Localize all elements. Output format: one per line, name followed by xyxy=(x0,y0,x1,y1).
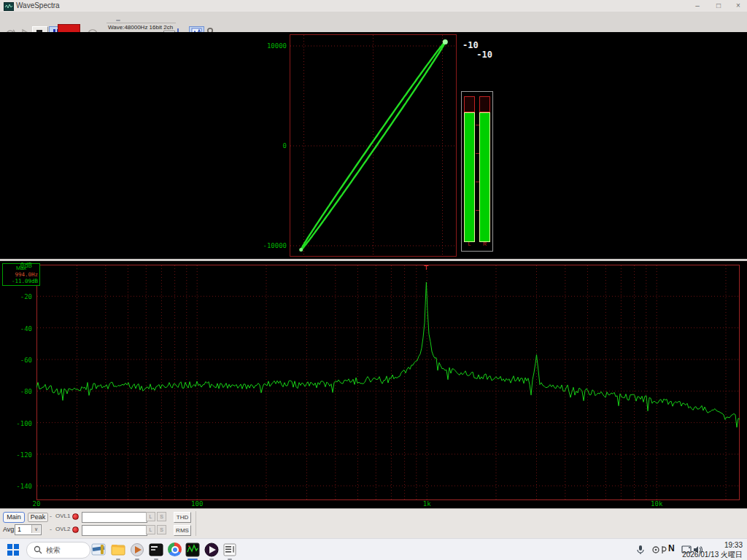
right-meter-fill xyxy=(479,112,490,242)
meter-tick xyxy=(476,210,479,211)
main-tab-button[interactable]: Main xyxy=(3,512,25,523)
taskbar-icon-wavespectra[interactable] xyxy=(185,542,201,558)
left-meter-fill xyxy=(464,112,475,242)
left-meter-bar xyxy=(464,96,475,242)
ovl2-input[interactable] xyxy=(82,525,147,536)
taskbar-icon-player-classic[interactable] xyxy=(204,542,220,558)
lissajous-scale-zero: 0 xyxy=(255,142,287,149)
chevron-down-icon: ∨ xyxy=(31,525,40,533)
clock[interactable]: 19:33 2026/01/13 火曜日 xyxy=(682,540,743,559)
right-channel-label: R xyxy=(479,241,490,246)
ovl1-lamp xyxy=(72,513,79,520)
meter-tick xyxy=(476,153,479,154)
control-bar: Main Peak - OVL1 L S THD Avg: 1 ∨ - OVL2… xyxy=(0,508,747,539)
spectrum-y-label: -60 xyxy=(0,357,32,364)
desktop: WaveSpectra – □ × Wave:48000Hz 16bit 2ch… xyxy=(0,0,747,560)
left-level-readout: -10 xyxy=(462,40,479,50)
left-channel-label: L xyxy=(464,241,475,246)
wave-format-readout: Wave:48000Hz 16bit 2ch xyxy=(108,24,173,31)
spectrum-x-label: 100 xyxy=(191,500,203,508)
taskbar: 検索 xyxy=(0,538,747,560)
avg-value: 1 xyxy=(18,526,21,533)
divider xyxy=(196,511,196,536)
ovl1-label: OVL1 xyxy=(55,513,70,519)
dash-separator: - xyxy=(50,513,52,520)
maximize-button[interactable]: □ xyxy=(711,1,726,10)
ovl2-label: OVL2 xyxy=(55,526,70,532)
clock-time: 19:33 xyxy=(682,540,743,550)
search-input[interactable]: 検索 xyxy=(26,542,90,559)
spectrum-x-label: 1k xyxy=(423,500,431,508)
right-level-readout: -10 xyxy=(476,50,492,60)
s2-button[interactable]: S xyxy=(157,525,166,534)
spectrum-x-label: 20 xyxy=(33,500,41,508)
s1-button[interactable]: S xyxy=(157,512,166,521)
microphone-icon[interactable] xyxy=(636,545,645,558)
lissajous-display xyxy=(290,34,457,257)
toolbar: Wave:48000Hz 16bit 2ch FFT:32768 Rect. f… xyxy=(0,12,747,33)
tray-n-icon[interactable]: N xyxy=(668,543,675,553)
divider xyxy=(107,23,176,23)
spectrum-y-label: -20 xyxy=(0,293,32,300)
taskbar-icon-chrome[interactable] xyxy=(167,542,183,558)
ovl2-lamp xyxy=(72,526,79,533)
minimize-button[interactable]: – xyxy=(690,1,705,10)
rms-button[interactable]: RMS xyxy=(174,525,191,536)
l2-button[interactable]: L xyxy=(146,525,155,534)
legend-peak-level: -11.09dB xyxy=(4,278,38,284)
left-meter-headroom xyxy=(464,96,475,112)
taskbar-icon-video-app[interactable] xyxy=(90,542,107,558)
dash-separator: - xyxy=(50,526,52,533)
right-meter-bar xyxy=(479,96,490,242)
spectrum-y-label: -140 xyxy=(0,483,32,490)
search-icon xyxy=(34,545,42,554)
taskbar-icon-reader[interactable] xyxy=(222,542,238,558)
meter-tick xyxy=(476,182,479,182)
peak-button[interactable]: Peak xyxy=(28,513,48,522)
spectrum-y-label: -40 xyxy=(0,325,32,332)
start-button[interactable] xyxy=(7,543,23,559)
window-title: WaveSpectra xyxy=(16,1,60,9)
ovl1-input[interactable] xyxy=(82,512,147,523)
search-placeholder: 検索 xyxy=(46,545,61,556)
spectrum-x-label: 10k xyxy=(651,500,662,508)
spectrum-display xyxy=(36,265,740,500)
thd-button[interactable]: THD xyxy=(174,512,191,523)
meter-bars-box: L R xyxy=(461,91,493,252)
spectrum-y-label: -80 xyxy=(0,388,32,395)
legend-peak-frequency: 994.0Hz xyxy=(4,271,38,278)
meter-tick xyxy=(476,125,479,125)
tray-icon[interactable] xyxy=(660,545,667,558)
avg-select[interactable]: 1 ∨ xyxy=(15,524,42,535)
tray-icon[interactable] xyxy=(651,545,660,558)
spectrum-panel: Max 994.0Hz -11.09dB 0dB-20-40-60-80-100… xyxy=(0,261,747,508)
clock-date: 2026/01/13 火曜日 xyxy=(682,550,743,559)
lissajous-scale-min: -10000 xyxy=(255,242,287,249)
spectrum-y-label: -100 xyxy=(0,420,32,427)
close-button[interactable]: × xyxy=(731,1,746,10)
right-meter-headroom xyxy=(479,96,490,112)
taskbar-icon-media-player[interactable] xyxy=(129,542,145,558)
taskbar-icon-file-explorer[interactable] xyxy=(110,542,126,558)
spectrum-y-label: -120 xyxy=(0,451,32,459)
l1-button[interactable]: L xyxy=(146,512,155,521)
scope-panel: 10000 0 -10000 -10 -10 L R xyxy=(0,32,747,259)
spectrum-y-label: 0dB xyxy=(0,262,32,269)
app-icon xyxy=(4,2,14,11)
taskbar-icon-terminal[interactable] xyxy=(148,542,164,558)
level-meter-panel: -10 -10 L R xyxy=(461,40,493,252)
lissajous-scale-max: 10000 xyxy=(255,42,287,50)
title-bar: WaveSpectra – □ × xyxy=(0,0,747,12)
